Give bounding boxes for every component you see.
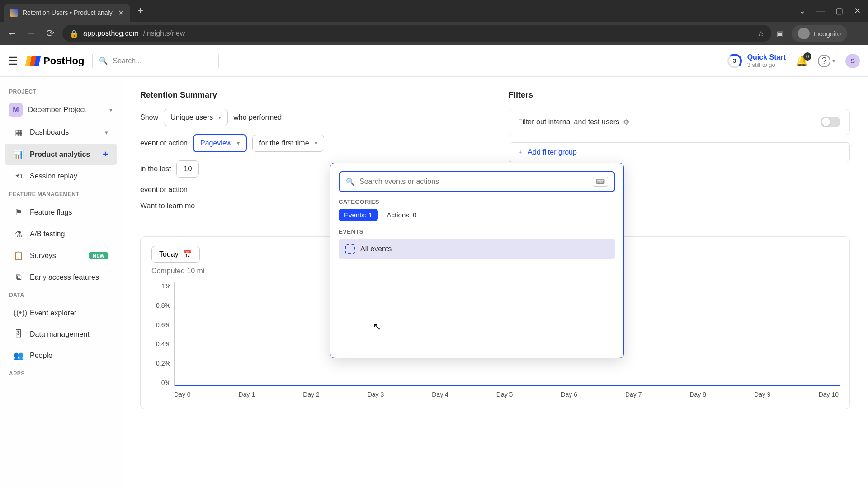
chevron-down-icon: ▾ [218, 114, 221, 121]
lock-icon: 🔒 [70, 29, 79, 38]
forward-icon: → [24, 28, 38, 39]
filter-internal-toggle[interactable] [821, 117, 840, 127]
sidebar-item-feature-flags[interactable]: ⚑ Feature flags [5, 202, 117, 223]
bookmark-icon[interactable]: ☆ [758, 29, 764, 38]
browser-tab[interactable]: Retention Users • Product analy ✕ [4, 4, 130, 22]
period-count-input[interactable] [176, 160, 199, 178]
chart-icon: 📊 [14, 150, 24, 160]
close-icon[interactable]: ✕ [118, 9, 124, 17]
add-icon[interactable]: + [103, 149, 108, 160]
minimize-icon[interactable]: ― [816, 6, 825, 16]
who-performed-label: who performed [233, 113, 282, 122]
event-search-input[interactable] [359, 178, 588, 186]
app-topbar: ☰ PostHog 🔍 Search... 3 Quick Start 3 st… [0, 45, 868, 77]
help-button[interactable]: ? ▾ [818, 55, 835, 67]
early-access-icon: ⧉ [14, 272, 24, 282]
menu-icon[interactable]: ⋮ [855, 29, 863, 38]
people-icon: 👥 [14, 351, 24, 361]
sidebar: PROJECT M December Project ▾ ▦ Dashboard… [0, 77, 122, 488]
pageview-select[interactable]: Pageview ▾ [193, 134, 247, 152]
retention-summary-title: Retention Summary [140, 90, 481, 100]
browser-tab-strip: Retention Users • Product analy ✕ + ⌄ ― … [0, 0, 868, 22]
chart-line-dashed [720, 385, 840, 386]
progress-ring-icon: 3 [727, 54, 742, 68]
all-events-icon [345, 244, 355, 254]
section-label-feature-mgmt: FEATURE MANAGEMENT [0, 188, 122, 201]
sidebar-item-surveys[interactable]: 📋 Surveys NEW [5, 245, 117, 266]
posthog-logo[interactable]: PostHog [26, 55, 84, 67]
project-badge: M [9, 103, 23, 117]
hamburger-icon[interactable]: ☰ [8, 55, 18, 67]
filter-internal-users-row: Filter out internal and test users ⚙ [509, 109, 850, 135]
date-range-button[interactable]: Today 📅 [151, 246, 200, 263]
notifications-count: 0 [803, 52, 811, 61]
filters-title: Filters [509, 90, 850, 100]
keyboard-icon[interactable]: ⌨ [593, 177, 608, 187]
quick-start-subtitle: 3 still to go [747, 61, 786, 69]
categories-label: CATEGORIES [339, 198, 615, 205]
actions-category-chip[interactable]: Actions: 0 [382, 209, 422, 221]
unique-users-select[interactable]: Unique users ▾ [164, 109, 228, 126]
help-icon: ? [818, 55, 830, 67]
global-search-input[interactable]: 🔍 Search... [92, 52, 219, 70]
event-search-field[interactable]: 🔍 ⌨ [339, 171, 615, 192]
chevron-down-icon: ▾ [237, 140, 240, 146]
extensions-icon[interactable]: ▣ [777, 29, 783, 38]
search-icon: 🔍 [99, 56, 108, 65]
live-icon: ((•)) [14, 308, 24, 318]
sidebar-item-event-explorer[interactable]: ((•)) Event explorer [5, 303, 117, 323]
gear-icon[interactable]: ⚙ [623, 118, 629, 127]
chevron-down-icon: ▾ [105, 129, 108, 136]
url-domain: app.posthog.com [83, 29, 139, 38]
project-name: December Project [28, 106, 104, 114]
sidebar-item-early-access[interactable]: ⧉ Early access features [5, 267, 117, 287]
posthog-favicon [10, 9, 18, 17]
maximize-icon[interactable]: ▢ [835, 6, 843, 16]
calendar-icon: 📅 [183, 250, 192, 258]
address-bar[interactable]: 🔒 app.posthog.com/insights/new ☆ [62, 25, 771, 42]
browser-toolbar: ← → ⟳ 🔒 app.posthog.com/insights/new ☆ ▣… [0, 22, 868, 45]
replay-icon: ⟲ [14, 171, 24, 181]
user-avatar[interactable]: S [845, 54, 860, 68]
chevron-down-icon: ▾ [832, 57, 835, 64]
back-icon[interactable]: ← [5, 28, 19, 39]
flag-icon: ⚑ [14, 207, 24, 217]
add-filter-group-button[interactable]: + Add filter group [509, 142, 850, 162]
logo-mark-icon [25, 56, 41, 66]
show-label: Show [140, 113, 158, 122]
events-category-chip[interactable]: Events: 1 [339, 209, 378, 221]
sidebar-item-product-analytics[interactable]: 📊 Product analytics + [5, 144, 117, 165]
quick-start-widget[interactable]: 3 Quick Start 3 still to go [727, 53, 786, 69]
window-close-icon[interactable]: ✕ [854, 6, 861, 16]
notifications-button[interactable]: 🔔 0 [796, 55, 808, 67]
search-icon: 🔍 [346, 178, 355, 186]
event-or-action-label-2: event or action [140, 186, 188, 194]
project-selector[interactable]: M December Project ▾ [0, 99, 122, 121]
event-picker-dropdown: 🔍 ⌨ CATEGORIES Events: 1 Actions: 0 EVEN… [330, 163, 624, 358]
event-or-action-label: event or action [140, 139, 188, 147]
url-path: /insights/new [143, 29, 185, 38]
sidebar-item-session-replay[interactable]: ⟲ Session replay [5, 166, 117, 187]
section-label-data: DATA [0, 288, 122, 302]
in-last-label: in the last [140, 165, 171, 173]
incognito-badge[interactable]: Incognito [792, 25, 847, 42]
database-icon: 🗄 [14, 329, 24, 339]
main-content: Retention Summary Show Unique users ▾ wh… [122, 77, 868, 488]
new-badge: NEW [89, 252, 108, 259]
sidebar-item-dashboards[interactable]: ▦ Dashboards ▾ [5, 122, 117, 143]
tab-dropdown-icon[interactable]: ⌄ [799, 6, 806, 16]
first-time-select[interactable]: for the first time ▾ [252, 135, 324, 152]
learn-more-text: Want to learn mo [140, 202, 195, 210]
quick-start-title: Quick Start [747, 53, 786, 61]
sidebar-item-data-management[interactable]: 🗄 Data management [5, 324, 117, 344]
flask-icon: ⚗ [14, 229, 24, 239]
sidebar-item-people[interactable]: 👥 People [5, 345, 117, 366]
incognito-icon [798, 28, 810, 39]
sidebar-item-ab-testing[interactable]: ⚗ A/B testing [5, 224, 117, 244]
dashboard-icon: ▦ [14, 127, 24, 137]
all-events-option[interactable]: All events [339, 239, 615, 259]
reload-icon[interactable]: ⟳ [43, 28, 57, 39]
chevron-down-icon: ▾ [315, 140, 317, 146]
survey-icon: 📋 [14, 251, 24, 261]
new-tab-button[interactable]: + [137, 5, 143, 17]
